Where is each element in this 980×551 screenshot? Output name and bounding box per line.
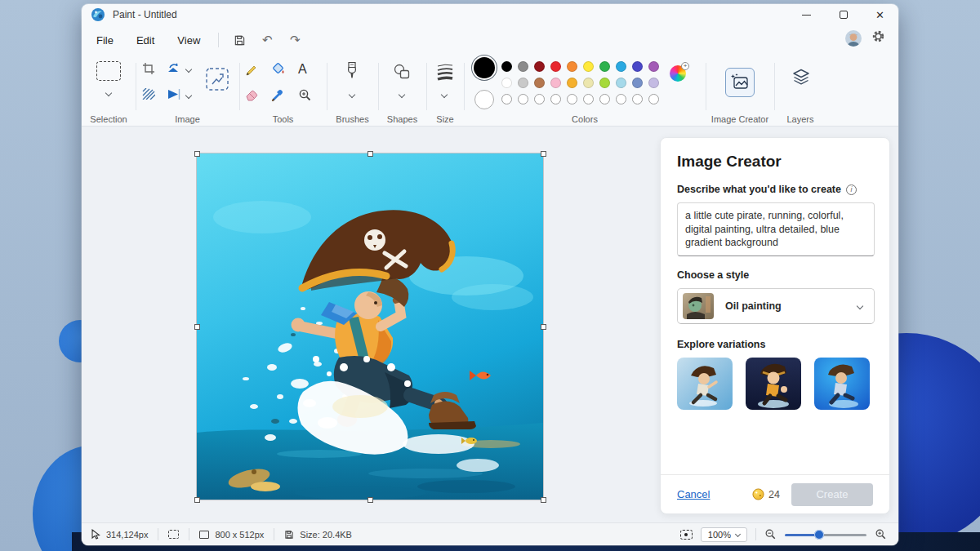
save-button[interactable] [225, 29, 253, 51]
selection-group-label: Selection [82, 114, 136, 124]
flip-dropdown-chevron-icon[interactable] [185, 92, 192, 99]
canvas-handle-top-right[interactable] [541, 151, 546, 157]
user-avatar[interactable] [845, 30, 862, 47]
cancel-button[interactable]: Cancel [677, 488, 710, 500]
image-creator-button[interactable] [725, 68, 755, 97]
canvas-handle-middle-left[interactable] [194, 324, 200, 330]
magnifier-tool-icon[interactable] [298, 88, 312, 102]
selection-dropdown-chevron-icon[interactable] [105, 90, 112, 96]
color-swatch[interactable] [550, 94, 561, 104]
color-palette [501, 61, 659, 104]
flip-button[interactable] [167, 88, 180, 100]
canvas-handle-top-middle[interactable] [368, 151, 373, 157]
undo-button[interactable]: ↶ [253, 29, 281, 51]
shapes-dropdown-chevron-icon[interactable] [399, 91, 405, 98]
canvas-size-cell: 800 x 512px [189, 530, 274, 540]
transparency-pattern-button[interactable] [142, 88, 155, 100]
color-swatch[interactable] [501, 78, 512, 88]
canvas-handle-bottom-middle[interactable] [368, 497, 373, 503]
color-swatch[interactable] [567, 78, 577, 88]
menu-edit[interactable]: Edit [125, 30, 166, 51]
file-size-icon [284, 530, 294, 540]
color-swatch[interactable] [583, 94, 594, 104]
canvas-handle-bottom-left[interactable] [194, 497, 200, 503]
style-dropdown[interactable]: Oil painting [677, 288, 875, 324]
redo-button[interactable]: ↷ [281, 29, 309, 51]
canvas-handle-top-left[interactable] [194, 151, 200, 157]
menu-view[interactable]: View [166, 30, 212, 51]
color-swatch[interactable] [599, 78, 610, 88]
rotate-button[interactable] [167, 62, 180, 76]
zoom-out-icon[interactable] [764, 528, 777, 540]
variation-thumbnail-3[interactable] [814, 358, 870, 410]
color-swatch[interactable] [632, 78, 643, 88]
background-color-swatch[interactable] [474, 90, 494, 109]
menu-bar: File Edit View ↶ ↷ [82, 25, 898, 55]
color-swatch[interactable] [599, 61, 610, 72]
color-swatch[interactable] [599, 94, 610, 104]
text-tool-icon[interactable]: A [298, 62, 307, 77]
brushes-group-label: Brushes [327, 114, 378, 124]
color-swatch[interactable] [534, 61, 545, 72]
color-swatch[interactable] [501, 61, 512, 72]
zoom-in-icon[interactable] [875, 528, 887, 540]
color-swatch[interactable] [550, 78, 561, 88]
canvas-handle-middle-right[interactable] [541, 324, 546, 330]
brushes-dropdown-chevron-icon[interactable] [349, 91, 355, 98]
fit-to-screen-icon[interactable] [680, 530, 693, 540]
color-swatch[interactable] [567, 94, 577, 104]
color-swatch[interactable] [632, 61, 643, 72]
resize-image-button[interactable] [204, 66, 230, 92]
color-swatch[interactable] [501, 94, 512, 104]
zoom-level-dropdown[interactable]: 100% [701, 527, 747, 542]
eraser-tool-icon[interactable] [244, 88, 258, 101]
drawing-canvas[interactable] [197, 153, 543, 500]
color-swatch[interactable] [583, 61, 594, 72]
color-swatch[interactable] [648, 61, 659, 72]
foreground-color-swatch[interactable] [474, 57, 495, 78]
maximize-button[interactable] [825, 4, 862, 25]
info-icon[interactable]: i [846, 184, 857, 195]
add-color-plus-icon[interactable]: + [681, 62, 689, 70]
close-button[interactable]: ✕ [862, 4, 898, 25]
color-swatch[interactable] [616, 94, 626, 104]
brush-icon[interactable] [345, 61, 359, 82]
color-swatch[interactable] [648, 94, 659, 104]
variation-thumbnail-2[interactable] [746, 358, 801, 410]
ribbon-group-image-creator: Image Creator [706, 55, 774, 127]
size-dropdown-chevron-icon[interactable] [441, 91, 448, 98]
canvas-handle-bottom-right[interactable] [541, 497, 546, 503]
create-button[interactable]: Create [791, 483, 873, 506]
crop-button[interactable] [142, 62, 155, 75]
fill-bucket-tool-icon[interactable] [271, 62, 286, 76]
color-swatch[interactable] [632, 94, 643, 104]
color-swatch[interactable] [518, 78, 528, 88]
layers-icon[interactable] [791, 68, 811, 87]
variation-thumbnail-1[interactable] [677, 358, 733, 410]
line-size-icon[interactable] [436, 63, 454, 81]
zoom-slider[interactable] [785, 530, 866, 540]
pencil-tool-icon[interactable] [244, 62, 258, 76]
color-picker-tool-icon[interactable] [271, 88, 285, 102]
color-swatch[interactable] [648, 78, 659, 88]
selection-tool-button[interactable] [96, 61, 121, 81]
prompt-input[interactable]: a little cute pirate, running, colorful,… [677, 202, 875, 256]
color-swatch[interactable] [534, 78, 545, 88]
color-swatch[interactable] [534, 94, 545, 104]
cursor-icon [91, 529, 100, 540]
menu-file[interactable]: File [85, 30, 125, 51]
color-swatch[interactable] [550, 61, 561, 72]
color-swatch[interactable] [567, 61, 577, 72]
settings-gear-icon[interactable] [871, 29, 885, 47]
color-swatch[interactable] [518, 61, 528, 72]
color-swatch[interactable] [616, 78, 626, 88]
canvas-artwork [197, 153, 543, 500]
shapes-icon[interactable] [393, 63, 411, 81]
color-swatch[interactable] [518, 94, 528, 104]
color-swatch[interactable] [583, 78, 594, 88]
minimize-button[interactable] [788, 4, 825, 25]
zoom-slider-thumb[interactable] [814, 530, 824, 540]
color-swatch[interactable] [616, 61, 626, 72]
rotate-dropdown-chevron-icon[interactable] [185, 66, 192, 73]
ribbon-group-brushes: Brushes [327, 55, 378, 127]
